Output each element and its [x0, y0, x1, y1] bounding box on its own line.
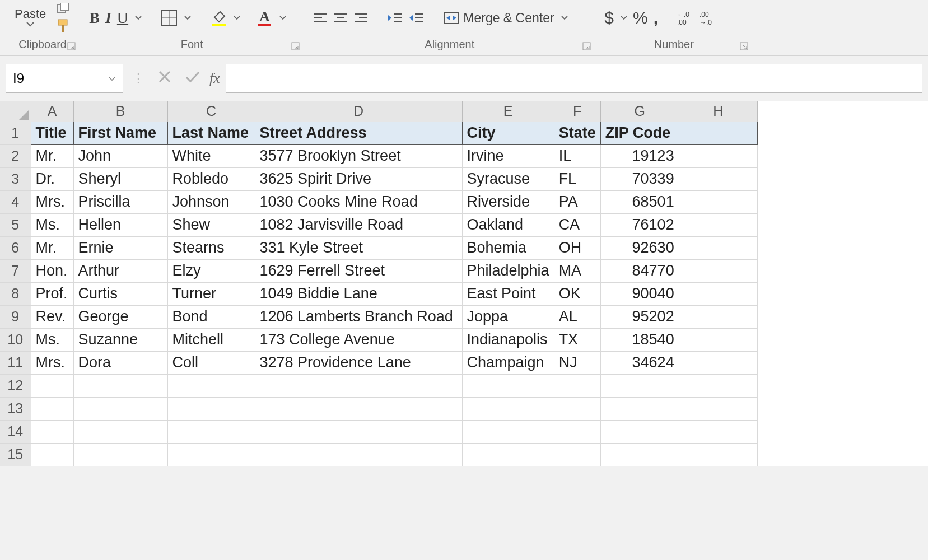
cell[interactable]: George [73, 305, 167, 328]
cell[interactable]: Johnson [167, 190, 255, 213]
cell[interactable] [31, 397, 73, 420]
cell[interactable]: Shew [167, 213, 255, 236]
cell[interactable] [554, 397, 600, 420]
row-header-14[interactable]: 14 [0, 420, 31, 443]
increase-indent-button[interactable] [408, 12, 424, 24]
cell[interactable] [679, 167, 757, 190]
cell[interactable]: Rev. [31, 305, 73, 328]
number-dialog-launcher[interactable] [740, 42, 750, 52]
cell[interactable] [73, 443, 167, 466]
row-header-8[interactable]: 8 [0, 282, 31, 305]
cell[interactable] [554, 443, 600, 466]
cell[interactable]: 76102 [600, 213, 679, 236]
bold-button[interactable]: B [89, 9, 100, 27]
cell[interactable]: Hon. [31, 259, 73, 282]
underline-dropdown[interactable] [135, 16, 142, 20]
cell[interactable]: Mrs. [31, 351, 73, 374]
cell[interactable]: Ms. [31, 328, 73, 351]
fx-button[interactable]: fx [209, 70, 220, 87]
cell[interactable]: 3577 Brooklyn Street [255, 144, 462, 167]
header-cell[interactable]: Street Address [255, 122, 462, 144]
column-header-B[interactable]: B [73, 101, 167, 122]
header-cell[interactable]: State [554, 122, 600, 144]
cell[interactable]: Hellen [73, 213, 167, 236]
cell[interactable]: TX [554, 328, 600, 351]
cell[interactable] [679, 305, 757, 328]
paste-button[interactable]: Paste [15, 7, 46, 21]
cell[interactable] [679, 144, 757, 167]
copy-icon[interactable] [56, 3, 71, 15]
cell[interactable]: 3625 Spirit Drive [255, 167, 462, 190]
cell[interactable]: Mr. [31, 236, 73, 259]
align-left-button[interactable] [313, 12, 328, 24]
cell[interactable]: MA [554, 259, 600, 282]
cell[interactable]: 1206 Lamberts Branch Road [255, 305, 462, 328]
row-header-7[interactable]: 7 [0, 259, 31, 282]
cell[interactable]: 90040 [600, 282, 679, 305]
row-header-11[interactable]: 11 [0, 351, 31, 374]
cell[interactable]: FL [554, 167, 600, 190]
enter-button[interactable] [181, 69, 204, 88]
cell[interactable]: IL [554, 144, 600, 167]
borders-button[interactable] [161, 10, 178, 26]
cell[interactable]: Bohemia [462, 236, 554, 259]
cell[interactable] [679, 122, 757, 144]
cell[interactable]: Mitchell [167, 328, 255, 351]
row-header-15[interactable]: 15 [0, 443, 31, 466]
cell[interactable] [679, 282, 757, 305]
font-dialog-launcher[interactable] [291, 42, 301, 52]
cancel-button[interactable] [153, 69, 176, 88]
column-header-D[interactable]: D [255, 101, 462, 122]
cell[interactable] [679, 443, 757, 466]
underline-button[interactable]: U [117, 9, 128, 27]
merge-center-button[interactable]: Merge & Center [443, 11, 554, 26]
column-header-C[interactable]: C [167, 101, 255, 122]
cell[interactable]: Coll [167, 351, 255, 374]
row-header-12[interactable]: 12 [0, 374, 31, 397]
cell[interactable]: OH [554, 236, 600, 259]
cell[interactable] [462, 443, 554, 466]
cell[interactable]: NJ [554, 351, 600, 374]
cell[interactable]: Dr. [31, 167, 73, 190]
cell[interactable]: Dora [73, 351, 167, 374]
cell[interactable] [167, 397, 255, 420]
font-color-dropdown[interactable] [279, 16, 286, 20]
increase-decimal-button[interactable]: ←.0.00 [677, 10, 694, 26]
row-header-5[interactable]: 5 [0, 213, 31, 236]
cell[interactable]: Mr. [31, 144, 73, 167]
borders-dropdown[interactable] [184, 16, 191, 20]
align-center-button[interactable] [333, 12, 348, 24]
name-box[interactable]: I9 [6, 64, 123, 93]
cell[interactable]: Prof. [31, 282, 73, 305]
column-header-E[interactable]: E [462, 101, 554, 122]
cell[interactable]: 68501 [600, 190, 679, 213]
header-cell[interactable]: Last Name [167, 122, 255, 144]
cell[interactable] [255, 420, 462, 443]
cell[interactable] [600, 443, 679, 466]
cell[interactable]: Priscilla [73, 190, 167, 213]
cell[interactable]: 1629 Ferrell Street [255, 259, 462, 282]
column-header-G[interactable]: G [600, 101, 679, 122]
row-header-2[interactable]: 2 [0, 144, 31, 167]
row-header-6[interactable]: 6 [0, 236, 31, 259]
cell[interactable]: Arthur [73, 259, 167, 282]
cell[interactable]: Mrs. [31, 190, 73, 213]
currency-dropdown[interactable] [621, 16, 627, 20]
cell[interactable] [31, 374, 73, 397]
column-header-H[interactable]: H [679, 101, 757, 122]
cell[interactable]: 19123 [600, 144, 679, 167]
sheet-grid[interactable]: ABCDEFGH 1TitleFirst NameLast NameStreet… [0, 101, 758, 466]
cell[interactable] [462, 420, 554, 443]
cell[interactable]: White [167, 144, 255, 167]
cell[interactable]: Irvine [462, 144, 554, 167]
cell[interactable]: CA [554, 213, 600, 236]
cell[interactable]: 70339 [600, 167, 679, 190]
cell[interactable]: Syracuse [462, 167, 554, 190]
row-header-13[interactable]: 13 [0, 397, 31, 420]
cell[interactable] [679, 397, 757, 420]
cell[interactable] [679, 420, 757, 443]
cell[interactable] [462, 374, 554, 397]
cell[interactable]: Suzanne [73, 328, 167, 351]
cell[interactable] [600, 397, 679, 420]
fill-color-button[interactable] [210, 10, 227, 26]
